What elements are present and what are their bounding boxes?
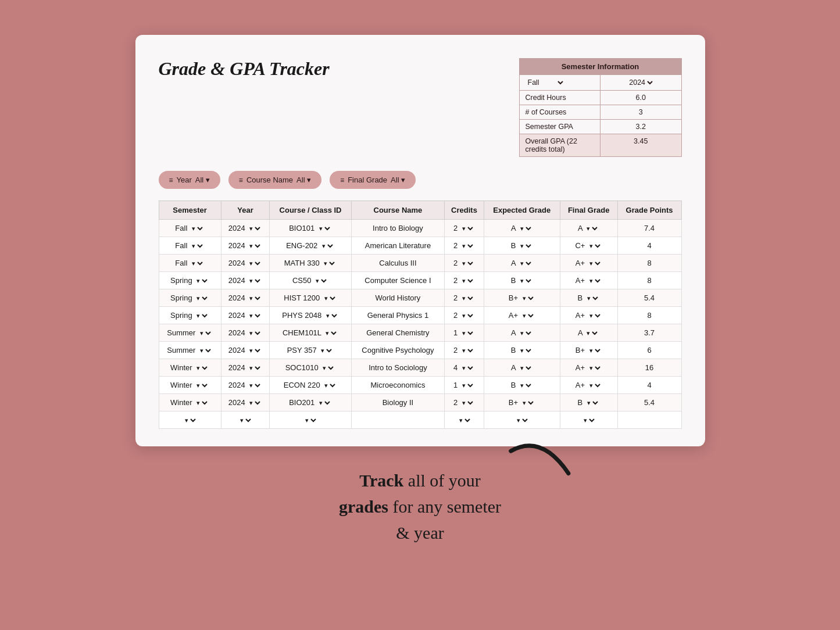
table-row: Summer ▾2024 ▾CHEM101L ▾General Chemistr… (159, 324, 681, 342)
semester-gpa-value: 3.2 (600, 120, 681, 134)
col-grade-points: Grade Points (617, 201, 681, 220)
filter-course-label: Course Name (246, 176, 293, 184)
bottom-line2: grades for any semeter (339, 493, 501, 520)
filter-course-button[interactable]: ≡ Course Name All ▾ (228, 171, 321, 189)
year-select[interactable]: 2024 2023 2025 (627, 78, 655, 87)
semester-select[interactable]: Fall Spring Summer Winter (526, 78, 565, 87)
num-courses-row: # of Courses 3 (520, 105, 681, 119)
credit-hours-value: 6.0 (600, 91, 681, 105)
bottom-line2-rest: for any semeter (388, 497, 501, 516)
semester-info-box: Semester Information Fall Spring Summer … (519, 58, 682, 157)
filter-year-option: All ▾ (195, 176, 210, 184)
filter-grade-icon: ≡ (340, 176, 344, 184)
table-empty-row: ▾▾▾▾▾▾ (159, 411, 681, 429)
semester-select-cell[interactable]: Fall Spring Summer Winter (520, 75, 601, 90)
col-expected-grade: Expected Grade (484, 201, 560, 220)
col-year: Year (221, 201, 270, 220)
filter-grade-label: Final Grade (348, 176, 387, 184)
table-row: Fall ▾2024 ▾BIO101 ▾Intro to Biology2 ▾A… (159, 220, 681, 237)
filters-row: ≡ Year All ▾ ≡ Course Name All ▾ ≡ Final… (159, 171, 682, 189)
app-title: Grade & GPA Tracker (159, 58, 330, 80)
num-courses-value: 3 (600, 105, 681, 119)
overall-gpa-value: 3.45 (600, 134, 681, 156)
filter-grade-option: All ▾ (391, 176, 405, 184)
credit-hours-label: Credit Hours (520, 91, 601, 105)
table-row: Spring ▾2024 ▾PHYS 2048 ▾General Physics… (159, 307, 681, 324)
filter-grade-button[interactable]: ≡ Final Grade All ▾ (330, 171, 416, 189)
col-course-name: Course Name (351, 201, 445, 220)
bottom-line1-rest: all of your (403, 471, 480, 490)
filter-year-icon: ≡ (169, 176, 173, 184)
table-row: Winter ▾2024 ▾ECON 220 ▾Microeconomics1 … (159, 377, 681, 394)
overall-gpa-label: Overall GPA (22 credits total) (520, 134, 601, 156)
filter-course-option: All ▾ (296, 176, 311, 184)
semester-year-row: Fall Spring Summer Winter 2024 2023 2025 (520, 74, 681, 90)
semester-gpa-row: Semester GPA 3.2 (520, 119, 681, 134)
filter-year-label: Year (177, 176, 192, 184)
bottom-line1: Track all of your (339, 467, 501, 493)
col-course-id: Course / Class ID (270, 201, 351, 220)
table-row: Winter ▾2024 ▾SOC1010 ▾Intro to Sociolog… (159, 359, 681, 377)
filter-course-icon: ≡ (239, 176, 243, 184)
col-credits: Credits (445, 201, 484, 220)
main-card: Grade & GPA Tracker Semester Information… (135, 35, 705, 446)
overall-gpa-row: Overall GPA (22 credits total) 3.45 (520, 134, 681, 156)
credit-hours-row: Credit Hours 6.0 (520, 90, 681, 105)
bottom-line3: & year (339, 520, 501, 546)
table-header-row: Semester Year Course / Class ID Course N… (159, 201, 681, 220)
num-courses-label: # of Courses (520, 105, 601, 119)
semester-gpa-label: Semester GPA (520, 120, 601, 134)
col-final-grade: Final Grade (560, 201, 617, 220)
table-row: Summer ▾2024 ▾PSY 357 ▾Cognitive Psychol… (159, 342, 681, 359)
table-row: Spring ▾2024 ▾CS50 ▾Computer Science I2 … (159, 272, 681, 289)
table-row: Winter ▾2024 ▾BIO201 ▾Biology II2 ▾B+ ▾B… (159, 394, 681, 411)
bottom-text: Track all of your grades for any semeter… (339, 467, 501, 546)
table-row: Fall ▾2024 ▾MATH 330 ▾Calculus III2 ▾A ▾… (159, 255, 681, 272)
grade-table: Semester Year Course / Class ID Course N… (159, 201, 682, 429)
bottom-line3-text: & year (396, 523, 444, 542)
bottom-track-bold: Track (359, 471, 403, 490)
bottom-grades-bold: grades (339, 497, 388, 516)
filter-year-button[interactable]: ≡ Year All ▾ (159, 171, 220, 189)
table-row: Fall ▾2024 ▾ENG-202 ▾American Literature… (159, 237, 681, 255)
semester-info-header: Semester Information (520, 59, 681, 74)
year-select-cell[interactable]: 2024 2023 2025 (600, 75, 681, 90)
header-row: Grade & GPA Tracker Semester Information… (159, 58, 682, 157)
col-semester: Semester (159, 201, 221, 220)
table-row: Spring ▾2024 ▾HIST 1200 ▾World History2 … (159, 289, 681, 307)
